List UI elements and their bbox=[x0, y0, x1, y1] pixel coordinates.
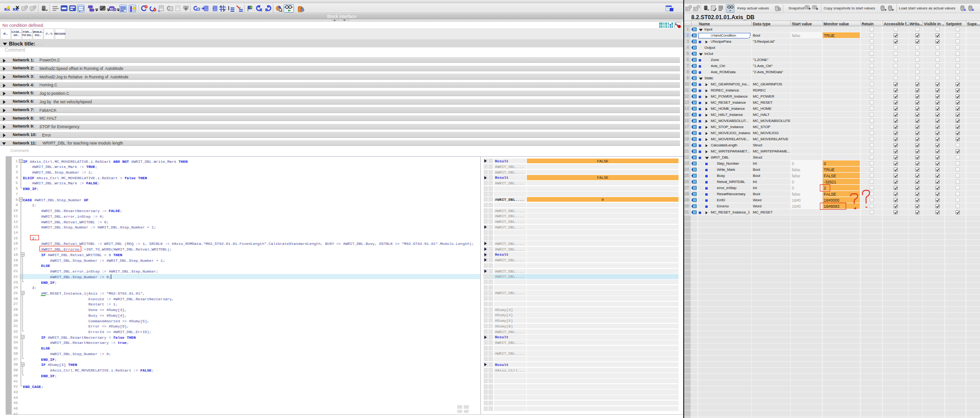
svg-text:ĸĸ: ĸĸ bbox=[110, 7, 114, 10]
